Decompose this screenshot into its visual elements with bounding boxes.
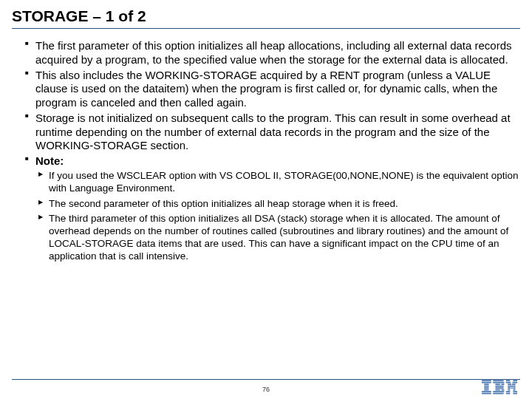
svg-rect-18: [506, 380, 511, 381]
svg-rect-1: [482, 382, 491, 383]
svg-rect-14: [495, 389, 499, 391]
svg-rect-29: [513, 389, 515, 391]
svg-rect-28: [508, 389, 510, 391]
svg-rect-26: [511, 387, 513, 389]
svg-rect-9: [493, 382, 504, 383]
note-item: The second parameter of this option init…: [38, 198, 520, 211]
svg-rect-33: [513, 393, 517, 395]
svg-rect-10: [495, 383, 499, 385]
svg-rect-20: [506, 382, 511, 383]
page-number: 76: [262, 386, 270, 393]
svg-rect-12: [495, 386, 503, 387]
note-item: If you used the WSCLEAR option with VS C…: [38, 170, 520, 195]
svg-rect-8: [493, 380, 503, 381]
svg-rect-27: [513, 387, 515, 389]
note-label: Note:: [35, 154, 64, 167]
bullet-item: This also includes the WORKING-STORAGE a…: [25, 69, 520, 110]
svg-rect-5: [484, 389, 488, 391]
svg-rect-24: [508, 386, 515, 387]
svg-rect-31: [513, 391, 517, 392]
bullet-item: Storage is not initialized on subsequent…: [25, 112, 520, 153]
svg-rect-16: [493, 391, 504, 392]
svg-rect-25: [508, 387, 511, 389]
svg-rect-6: [482, 391, 491, 392]
ibm-logo-icon: [482, 380, 517, 395]
svg-rect-0: [482, 380, 491, 381]
note-item: The third parameter of this option initi…: [38, 213, 520, 263]
svg-rect-22: [508, 383, 511, 385]
note-sub-list: If you used the WSCLEAR option with VS C…: [12, 170, 520, 263]
main-bullet-list: The first parameter of this option initi…: [12, 39, 520, 168]
svg-rect-23: [512, 383, 516, 385]
svg-rect-17: [493, 393, 503, 395]
bullet-item: The first parameter of this option initi…: [25, 39, 520, 67]
svg-rect-19: [513, 380, 517, 381]
svg-rect-3: [484, 386, 488, 387]
svg-rect-4: [484, 387, 488, 389]
svg-rect-7: [482, 393, 491, 395]
svg-rect-13: [495, 387, 503, 389]
svg-rect-11: [501, 383, 504, 385]
footer-separator: [12, 379, 520, 380]
title-separator: [12, 28, 520, 29]
svg-rect-32: [506, 393, 511, 395]
svg-rect-30: [506, 391, 511, 392]
svg-rect-21: [513, 382, 517, 383]
svg-rect-15: [501, 389, 504, 391]
svg-rect-2: [484, 383, 488, 385]
slide-title: STORAGE – 1 of 2: [12, 7, 520, 25]
bullet-item-note: Note:: [25, 154, 520, 168]
slide-body: STORAGE – 1 of 2 The first parameter of …: [0, 0, 532, 263]
